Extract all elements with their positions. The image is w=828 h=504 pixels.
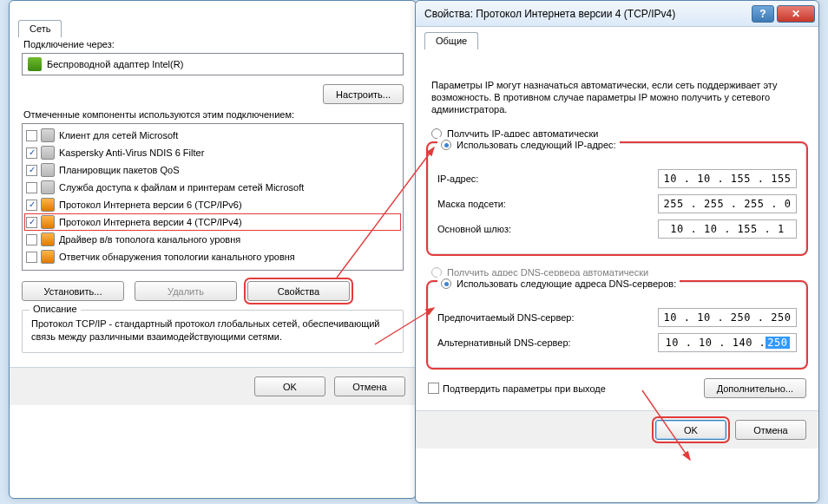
radio-ip-manual[interactable]: Использовать следующий IP-адрес: xyxy=(437,137,620,153)
list-item-label: Клиент для сетей Microsoft xyxy=(59,130,178,141)
ok-button[interactable]: OK xyxy=(655,420,726,440)
remove-button: Удалить xyxy=(135,281,237,301)
radio-icon xyxy=(441,140,451,150)
driver-icon xyxy=(41,232,55,246)
driver-icon xyxy=(41,250,55,264)
dialog-footer: OK Отмена xyxy=(10,367,416,405)
radio-label: Использовать следующий IP-адрес: xyxy=(457,140,616,150)
list-item-label: Протокол Интернета версии 4 (TCP/IPv4) xyxy=(59,217,242,227)
checkbox[interactable] xyxy=(428,383,439,394)
adapter-name: Беспроводной адаптер Intel(R) xyxy=(47,59,183,69)
subnet-mask-input[interactable]: 255 . 255 . 255 . 0 xyxy=(658,194,797,213)
tab-network[interactable]: Сеть xyxy=(18,20,62,37)
cancel-button[interactable]: Отмена xyxy=(735,420,806,440)
radio-dns-manual[interactable]: Использовать следующие адреса DNS-сервер… xyxy=(437,276,680,291)
tabstrip: Сеть xyxy=(18,20,62,41)
list-item[interactable]: Драйвер в/в тополога канального уровня xyxy=(24,231,401,248)
description-group: Описание Протокол TCP/IP - стандартный п… xyxy=(22,310,404,353)
list-item[interactable]: Клиент для сетей Microsoft xyxy=(24,127,401,144)
list-item[interactable]: Kaspersky Anti-Virus NDIS 6 Filter xyxy=(24,144,401,161)
description-legend: Описание xyxy=(30,304,81,314)
confirm-on-exit[interactable]: Подтвердить параметры при выходе xyxy=(428,383,606,394)
list-item-label: Служба доступа к файлам и принтерам сете… xyxy=(59,182,304,193)
checkbox[interactable] xyxy=(26,217,37,228)
dns2-input[interactable]: 10 . 10 . 140 . 250 xyxy=(658,333,797,352)
service-icon xyxy=(41,146,55,160)
list-item[interactable]: Служба доступа к файлам и принтерам сете… xyxy=(24,179,401,196)
ipv4-properties-window: Свойства: Протокол Интернета версии 4 (T… xyxy=(415,0,819,503)
checkbox[interactable] xyxy=(26,234,37,245)
info-text: Параметры IP могут назначаться автоматич… xyxy=(431,79,806,115)
window-title: Свойства: Протокол Интернета версии 4 (T… xyxy=(424,8,749,20)
close-button[interactable]: ✕ xyxy=(777,5,815,23)
gateway-input[interactable]: 10 . 10 . 155 . 1 xyxy=(658,219,797,239)
checkbox[interactable] xyxy=(26,200,37,211)
help-button[interactable]: ? xyxy=(752,5,774,23)
radio-label: Использовать следующие адреса DNS-сервер… xyxy=(457,278,676,289)
checkbox[interactable] xyxy=(26,252,37,263)
install-button[interactable]: Установить... xyxy=(22,281,124,301)
list-item-label: Kaspersky Anti-Virus NDIS 6 Filter xyxy=(59,147,204,158)
list-item-label: Драйвер в/в тополога канального уровня xyxy=(59,234,240,245)
list-item-label: Ответчик обнаружения топологии канальног… xyxy=(59,252,295,262)
checkbox[interactable] xyxy=(26,182,37,193)
subnet-mask-label: Маска подсети: xyxy=(437,199,658,209)
ip-address-input[interactable]: 10 . 10 . 155 . 155 xyxy=(658,169,797,188)
adapter-field[interactable]: Беспроводной адаптер Intel(R) xyxy=(22,53,404,75)
list-item-label: Протокол Интернета версии 6 (TCP/IPv6) xyxy=(59,200,242,210)
confirm-label: Подтвердить параметры при выходе xyxy=(443,383,606,394)
list-item[interactable]: Ответчик обнаружения топологии канальног… xyxy=(24,248,401,265)
components-label: Отмеченные компоненты используются этим … xyxy=(23,109,404,120)
connection-properties-window: Сеть Подключение через: Беспроводной ада… xyxy=(9,0,417,499)
list-item-ipv4[interactable]: Протокол Интернета версии 4 (TCP/IPv4) xyxy=(24,213,401,231)
checkbox[interactable] xyxy=(26,147,37,159)
protocol-icon xyxy=(41,215,55,229)
radio-icon xyxy=(441,278,451,289)
protocol-icon xyxy=(41,198,55,212)
dns2-label: Альтернативный DNS-сервер: xyxy=(437,337,658,348)
checkbox[interactable] xyxy=(26,165,37,176)
cancel-button[interactable]: Отмена xyxy=(334,376,405,396)
dialog-footer: OK Отмена xyxy=(416,410,818,448)
dns2-selected-octet: 250 xyxy=(766,337,789,349)
ok-button[interactable]: OK xyxy=(254,376,325,396)
titlebar[interactable]: Свойства: Протокол Интернета версии 4 (T… xyxy=(416,1,818,27)
service-icon xyxy=(41,163,55,177)
dns1-label: Предпочитаемый DNS-сервер: xyxy=(437,312,658,323)
ip-address-label: IP-адрес: xyxy=(437,173,658,184)
gateway-label: Основной шлюз: xyxy=(437,224,658,234)
configure-button[interactable]: Настроить... xyxy=(323,84,404,104)
list-item[interactable]: Планировщик пакетов QoS xyxy=(24,161,401,179)
list-item-label: Планировщик пакетов QoS xyxy=(59,165,180,175)
service-icon xyxy=(41,180,55,194)
connect-through-label: Подключение через: xyxy=(23,39,404,49)
components-list[interactable]: Клиент для сетей Microsoft Kaspersky Ant… xyxy=(22,123,404,271)
client-icon xyxy=(41,128,55,142)
checkbox[interactable] xyxy=(26,130,37,141)
adapter-icon xyxy=(28,57,42,71)
dns1-input[interactable]: 10 . 10 . 250 . 250 xyxy=(658,308,797,327)
list-item[interactable]: Протокол Интернета версии 6 (TCP/IPv6) xyxy=(24,196,401,213)
dns-manual-group: Использовать следующие адреса DNS-сервер… xyxy=(428,282,806,368)
description-text: Протокол TCP/IP - стандартный протокол г… xyxy=(31,317,394,344)
ip-manual-group: Использовать следующий IP-адрес: IP-адре… xyxy=(428,143,806,254)
advanced-button[interactable]: Дополнительно... xyxy=(704,378,806,398)
properties-button[interactable]: Свойства xyxy=(247,281,350,301)
